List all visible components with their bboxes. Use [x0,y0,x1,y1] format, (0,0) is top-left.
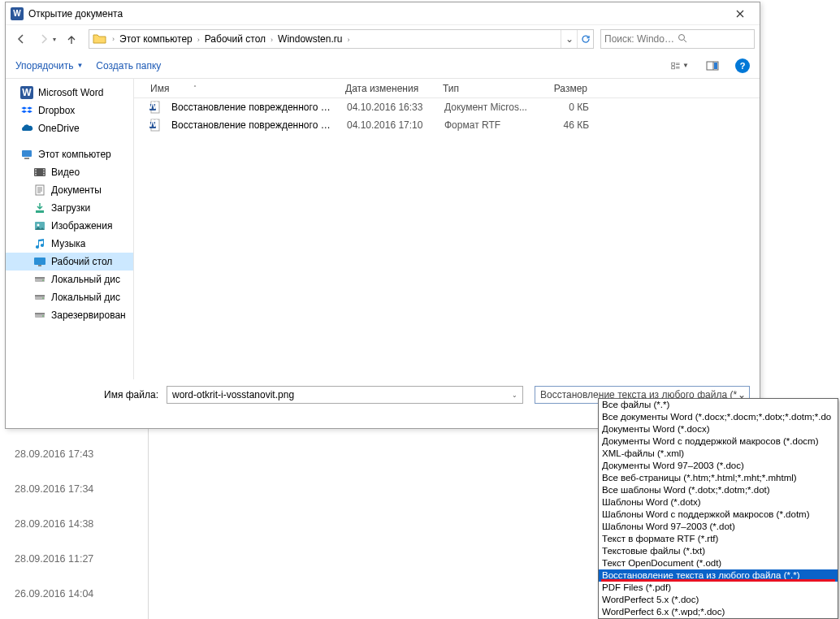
sidebar-item-label: Dropbox [38,105,75,116]
filetype-dropdown[interactable]: Все файлы (*.*)Все документы Word (*.doc… [598,398,838,619]
music-icon [33,237,46,250]
download-icon [33,201,46,214]
column-name[interactable]: Имя˄ [134,83,340,94]
folder-icon [93,32,107,45]
up-button[interactable] [61,28,82,50]
chevron-right-icon: › [196,36,201,44]
filetype-option[interactable]: Шаблоны Word с поддержкой макросов (*.do… [599,509,838,521]
filetype-option[interactable]: Шаблоны Word (*.dotx) [599,496,838,509]
arrow-up-icon [66,33,77,45]
organize-button[interactable]: Упорядочить▼ [15,60,83,71]
history-dropdown-icon[interactable]: ▾ [53,36,56,43]
forward-button[interactable] [33,28,54,50]
sidebar-item-label: Документы [51,184,102,196]
filename-input[interactable]: word-otkrit-i-vosstanovit.png ⌄ [167,386,523,404]
search-icon [678,33,751,45]
column-type[interactable]: Тип [438,83,535,94]
breadcrumb-0[interactable]: Этот компьютер [116,33,196,45]
filetype-option[interactable]: Все шаблоны Word (*.dotx;*.dotm;*.dot) [599,484,838,496]
view-mode-button[interactable]: ▼ [670,57,690,75]
breadcrumb-2[interactable]: Windowsten.ru [275,33,345,45]
column-date[interactable]: Дата изменения [340,83,438,94]
filetype-option[interactable]: XML-файлы (*.xml) [599,448,838,460]
drive-icon [33,309,46,322]
sidebar-item-download[interactable]: Загрузки [6,199,133,217]
sidebar-item-word[interactable]: WMicrosoft Word [6,84,133,102]
sidebar: WMicrosoft WordDropboxOneDriveЭтот компь… [6,79,134,379]
column-size[interactable]: Размер [535,83,592,94]
svg-rect-15 [43,174,45,175]
sidebar-item-drive[interactable]: Локальный дис [6,288,133,306]
svg-rect-4 [714,63,717,69]
drive-icon [33,273,46,286]
chevron-down-icon: ▼ [682,62,689,69]
close-icon [736,10,744,18]
sidebar-item-video[interactable]: Видео [6,163,133,181]
filetype-option[interactable]: Все документы Word (*.docx;*.docm;*.dotx… [599,411,838,423]
svg-text:W: W [22,87,32,98]
background-timestamp: 26.09.2016 14:04 [15,588,93,600]
sidebar-item-docs[interactable]: Документы [6,181,133,199]
dialog-title: Открытие документа [28,8,721,19]
svg-rect-1 [672,63,675,65]
search-input[interactable]: Поиск: Windowsten.ru [600,29,755,49]
filetype-option[interactable]: Все файлы (*.*) [599,399,838,411]
file-row[interactable]: WВосстановление поврежденного файл...04.… [134,98,760,116]
sidebar-item-drive[interactable]: Локальный дис [6,271,133,288]
desktop-icon [33,255,46,268]
preview-pane-button[interactable] [703,57,722,75]
word-icon: W [20,86,33,99]
file-icon: W [149,119,162,132]
filetype-option[interactable]: Документы Word с поддержкой макросов (*.… [599,435,838,448]
background-timestamp: 28.09.2016 17:43 [15,448,93,460]
sidebar-item-pc[interactable]: Этот компьютер [6,145,133,163]
sidebar-item-label: Загрузки [51,202,90,214]
sidebar-item-drive[interactable]: Зарезервирован [6,306,133,324]
search-placeholder: Поиск: Windowsten.ru [604,33,678,45]
breadcrumb-1[interactable]: Рабочий стол [201,33,269,45]
background-timestamp: 28.09.2016 14:38 [15,518,93,530]
help-button[interactable]: ? [735,58,750,73]
video-icon [33,166,46,179]
filetype-option[interactable]: Текст в формате RTF (*.rtf) [599,533,838,545]
file-size: 46 КБ [537,119,594,131]
file-date: 04.10.2016 17:10 [342,119,439,131]
filetype-option[interactable]: Документы Word (*.docx) [599,423,838,435]
filetype-option[interactable]: WordPerfect 5.x (*.doc) [599,594,838,606]
file-row[interactable]: WВосстановление поврежденного файл...04.… [134,116,760,134]
new-folder-button[interactable]: Создать папку [96,60,161,71]
sidebar-item-dropbox[interactable]: Dropbox [6,102,133,119]
filetype-option[interactable]: Все веб-страницы (*.htm;*.html;*.mht;*.m… [599,472,838,484]
filetype-option[interactable]: Текстовые файлы (*.txt) [599,545,838,557]
sidebar-item-images[interactable]: Изображения [6,217,133,235]
svg-rect-29 [35,313,45,314]
sidebar-item-music[interactable]: Музыка [6,235,133,253]
file-type: Формат RTF [439,119,537,131]
address-bar[interactable]: › Этот компьютер›Рабочий стол›Windowsten… [89,29,594,49]
filetype-option[interactable]: Текст OpenDocument (*.odt) [599,557,838,569]
filetype-option[interactable]: WordPerfect 6.x (*.wpd;*.doc) [599,606,838,618]
address-dropdown-icon[interactable]: ⌄ [561,30,577,48]
filetype-option[interactable]: Восстановление текста из любого файла (*… [599,569,838,582]
close-button[interactable] [721,2,758,25]
refresh-button[interactable] [577,30,593,48]
filetype-option[interactable]: Документы Word 97–2003 (*.doc) [599,460,838,472]
filetype-option[interactable]: PDF Files (*.pdf) [599,582,838,594]
filetype-option[interactable]: Шаблоны Word 97–2003 (*.dot) [599,521,838,533]
svg-rect-20 [34,258,45,265]
svg-rect-13 [43,169,45,171]
svg-point-24 [42,279,44,281]
svg-rect-11 [35,171,37,173]
filename-label: Имя файла: [15,389,162,400]
docs-icon [33,184,46,197]
organize-label: Упорядочить [15,60,73,71]
arrow-right-icon [38,33,50,45]
sidebar-item-desktop[interactable]: Рабочий стол [6,253,133,271]
chevron-down-icon[interactable]: ⌄ [510,392,519,399]
pc-icon [20,148,33,161]
file-pane: Имя˄ Дата изменения Тип Размер WВосстано… [134,79,760,379]
svg-point-30 [42,315,44,317]
sidebar-item-onedrive[interactable]: OneDrive [6,119,133,137]
svg-rect-14 [43,171,45,173]
back-button[interactable] [11,28,32,50]
